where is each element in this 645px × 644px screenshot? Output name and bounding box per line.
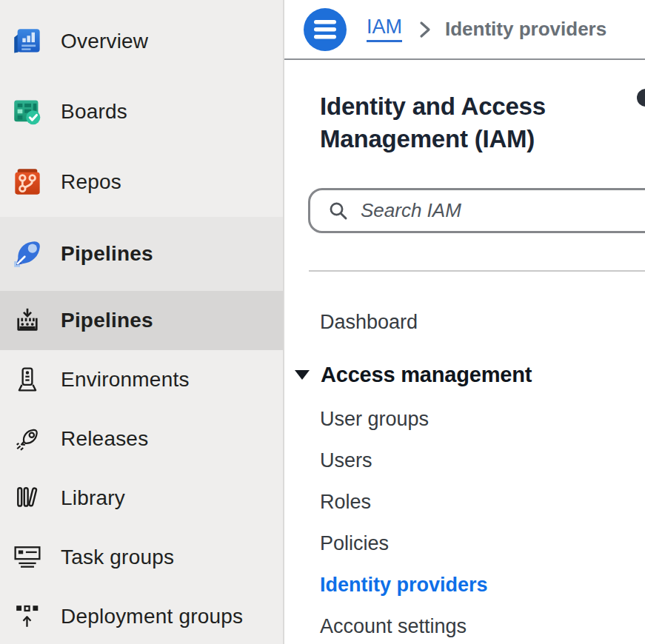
sidebar-item-label: Deployment groups [61, 605, 243, 628]
search-icon [328, 201, 349, 221]
nav-item-users[interactable]: Users [320, 449, 372, 472]
nav-item-user-groups[interactable]: User groups [320, 407, 429, 431]
breadcrumb-current: Identity providers [445, 18, 606, 41]
sidebar-item-label: Pipelines [61, 242, 153, 266]
divider [309, 270, 645, 272]
sidebar-item-label: Releases [61, 427, 148, 451]
sidebar-item-label: Repos [61, 170, 121, 194]
repos-icon [12, 167, 43, 198]
nav-section-label: Access management [321, 363, 532, 387]
boards-icon [12, 96, 43, 127]
sidebar-item-overview[interactable]: Overview [0, 6, 283, 76]
hamburger-menu-button[interactable] [304, 8, 347, 51]
sidebar-item-label: Overview [61, 30, 148, 53]
iam-panel: IAM Identity providers Identity and Acce… [284, 0, 645, 644]
sidebar-item-label: Environments [61, 368, 190, 392]
chevron-right-icon [418, 20, 432, 39]
triangle-down-icon [294, 369, 310, 380]
app-root: Overview Boards [0, 0, 645, 644]
deployment-groups-icon [12, 601, 43, 632]
sidebar-item-task-groups[interactable]: Task groups [0, 528, 283, 587]
nav-item-account-settings[interactable]: Account settings [320, 614, 467, 638]
overview-icon [12, 26, 43, 57]
task-groups-icon [12, 542, 43, 573]
nav-item-dashboard[interactable]: Dashboard [320, 310, 418, 334]
sidebar-item-library[interactable]: Library [0, 469, 283, 528]
sidebar-item-releases[interactable]: Releases [0, 409, 283, 469]
nav-item-identity-providers[interactable]: Identity providers [320, 573, 488, 597]
hamburger-menu-icon [314, 20, 336, 39]
sidebar-item-label: Task groups [61, 546, 174, 569]
nav-section-access-management[interactable]: Access management [294, 363, 532, 387]
nav-item-policies[interactable]: Policies [320, 531, 389, 555]
search-box[interactable] [308, 188, 645, 233]
close-icon-partial[interactable] [637, 89, 645, 107]
pipelines-rocket-icon [12, 238, 43, 269]
sidebar-item-repos[interactable]: Repos [0, 147, 283, 217]
breadcrumb-bar: IAM Identity providers [284, 0, 645, 60]
sidebar-item-environments[interactable]: Environments [0, 350, 283, 409]
nav-item-roles[interactable]: Roles [320, 490, 371, 514]
sidebar-item-boards[interactable]: Boards [0, 76, 283, 147]
breadcrumb-link-iam[interactable]: IAM [367, 16, 402, 41]
page-title: Identity and Access Management (IAM) [320, 90, 603, 155]
sidebar-item-pipelines-section[interactable]: Pipelines [0, 217, 283, 291]
search-input[interactable] [361, 196, 645, 226]
sidebar-item-label: Library [61, 486, 125, 510]
sidebar-item-label: Pipelines [61, 309, 153, 332]
library-icon [12, 483, 43, 514]
devops-sidebar: Overview Boards [0, 0, 284, 644]
sidebar-item-label: Boards [61, 100, 127, 124]
pipelines-hub-icon [12, 305, 43, 336]
environments-icon [12, 364, 43, 395]
sidebar-item-pipelines[interactable]: Pipelines [0, 291, 283, 350]
sidebar-item-deployment-groups[interactable]: Deployment groups [0, 587, 283, 644]
releases-icon [12, 423, 43, 455]
